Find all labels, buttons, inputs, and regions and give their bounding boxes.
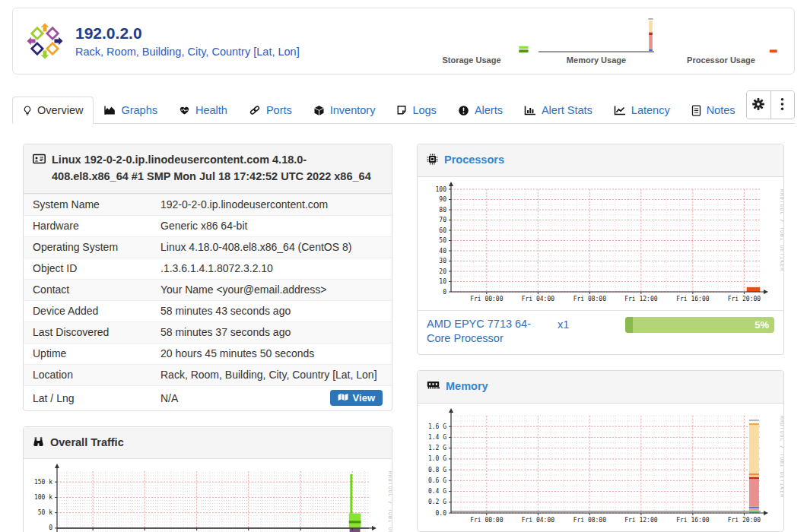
settings-button[interactable] [747, 91, 770, 119]
svg-text:0.8 G: 0.8 G [428, 466, 446, 473]
table-row: System Name192-0-2-0.ip.linodeuserconten… [24, 194, 392, 215]
table-row: LocationRack, Room, Building, City, Coun… [24, 364, 392, 385]
table-row: Lat / Lng N/A View [24, 385, 392, 410]
tab-graphs[interactable]: Graphs [94, 97, 168, 124]
centos-logo-icon [27, 23, 63, 59]
tab-overview[interactable]: Overview [12, 97, 94, 124]
usage-summary: Storage Usage Memory Usage Processor Usa… [414, 18, 779, 65]
svg-text:50: 50 [439, 237, 446, 244]
tab-notes[interactable]: Notes [681, 97, 746, 124]
svg-text:80: 80 [439, 206, 446, 213]
id-card-icon [33, 154, 46, 164]
overall-traffic-title: Overall Traffic [50, 435, 124, 451]
svg-text:Fri 20:00: Fri 20:00 [728, 296, 761, 302]
view-location-button[interactable]: View [330, 390, 383, 406]
svg-text:1.6 G: 1.6 G [428, 423, 446, 429]
svg-text:0: 0 [49, 525, 52, 532]
lightbulb-icon [23, 105, 32, 116]
svg-text:Fri 16:00: Fri 16:00 [676, 296, 710, 302]
tab-latency[interactable]: Latency [603, 97, 681, 124]
device-title: 192.0.2.0 [75, 24, 300, 43]
svg-text:90: 90 [439, 196, 446, 203]
gear-icon [751, 97, 765, 113]
heartbeat-icon [179, 105, 190, 116]
svg-text:0.6 G: 0.6 G [428, 477, 446, 483]
svg-text:40: 40 [439, 247, 446, 254]
tab-inventory[interactable]: Inventory [303, 97, 386, 124]
svg-text:10: 10 [439, 278, 446, 285]
table-row: HardwareGeneric x86 64-bit [24, 215, 392, 236]
memory-panel: Memory 0.00.2 G0.4 G0.6 G0.8 G1.0 G1.2 G… [417, 370, 784, 532]
processor-usage-chart[interactable]: 0102030405060708090100Fri 00:00Fri 04:00… [418, 177, 783, 310]
memory-icon [427, 380, 440, 390]
overview-content: Linux 192-0-2-0.ip.linodeusercontent.com… [0, 124, 807, 532]
device-header-card: 192.0.2.0 Rack, Room, Building, City, Co… [12, 8, 795, 74]
svg-text:Fri 00:00: Fri 00:00 [470, 296, 504, 302]
device-info-table: System Name192-0-2-0.ip.linodeuserconten… [24, 194, 392, 410]
line-chart-icon [614, 105, 626, 116]
area-chart-icon [104, 105, 116, 116]
cpu-usage-bar: 5% [625, 317, 774, 333]
svg-text:Fri 08:00: Fri 08:00 [573, 517, 607, 524]
storage-usage-sparkline[interactable] [414, 18, 529, 53]
table-row: Last Discovered58 minutes 37 seconds ago [24, 321, 392, 343]
processors-header: Processors [418, 144, 783, 177]
table-row: Operating SystemLinux 4.18.0-408.el8.x86… [24, 236, 392, 258]
svg-text:Fri 04:00: Fri 04:00 [522, 296, 555, 302]
overall-traffic-header: Overall Traffic [24, 427, 392, 460]
cpu-usage-percent: 5% [755, 317, 769, 333]
svg-text:150 k: 150 k [34, 479, 52, 486]
svg-text:Fri 20:00: Fri 20:00 [728, 517, 761, 524]
tab-alert-stats[interactable]: Alert Stats [513, 97, 603, 124]
svg-text:Fri 08:00: Fri 08:00 [573, 296, 607, 302]
svg-text:50 k: 50 k [38, 509, 52, 516]
memory-header: Memory [418, 371, 783, 404]
device-info-panel: Linux 192-0-2-0.ip.linodeusercontent.com… [23, 144, 392, 411]
os-banner: Linux 192-0-2-0.ip.linodeusercontent.com… [52, 152, 383, 185]
kebab-menu-icon [780, 97, 784, 113]
table-row: Object ID.1.3.6.1.4.1.8072.3.2.10 [24, 258, 392, 279]
svg-text:1.2 G: 1.2 G [428, 445, 446, 451]
device-actions-group [746, 90, 795, 119]
svg-text:Fri 00:00: Fri 00:00 [470, 517, 504, 524]
memory-usage-sparkline[interactable] [539, 18, 654, 53]
tab-alerts[interactable]: Alerts [447, 97, 513, 124]
device-location-link[interactable]: Rack, Room, Building, City, Country [Lat… [75, 46, 300, 59]
svg-text:0.0: 0.0 [436, 509, 447, 516]
svg-text:0.2 G: 0.2 G [428, 499, 446, 505]
cpu-row: AMD EPYC 7713 64-Core Processor x1 5% [418, 310, 783, 354]
tab-ports[interactable]: Ports [238, 97, 303, 124]
memory-usage-chart[interactable]: 0.00.2 G0.4 G0.6 G0.8 G1.0 G1.2 G1.4 G1.… [418, 404, 783, 531]
svg-text:Fri 12:00: Fri 12:00 [624, 296, 658, 302]
cpu-count: x1 [558, 318, 569, 331]
overall-traffic-panel: Overall Traffic 050 k100 k150 kFri 00:00… [23, 426, 392, 532]
svg-text:0.4 G: 0.4 G [428, 488, 446, 495]
processors-title-link[interactable]: Processors [444, 152, 504, 169]
svg-text:RRDTOOL / TOBI OETIKER: RRDTOOL / TOBI OETIKER [779, 189, 783, 271]
processor-usage-sparkline[interactable] [663, 18, 779, 53]
tab-health[interactable]: Health [168, 97, 238, 124]
tab-logs[interactable]: Logs [386, 97, 446, 124]
more-options-button[interactable] [770, 91, 794, 119]
svg-text:30: 30 [439, 258, 446, 264]
svg-text:1.4 G: 1.4 G [428, 434, 446, 441]
table-row: Device Added58 minutes 43 seconds ago [24, 300, 392, 321]
svg-text:RRDTOOL / TOBI OETIKER: RRDTOOL / TOBI OETIKER [779, 416, 783, 498]
storage-usage-label: Storage Usage [414, 55, 529, 65]
processors-panel: Processors 0102030405060708090100Fri 00:… [417, 144, 784, 355]
overall-traffic-chart[interactable]: 050 k100 k150 kFri 00:00Fri 04:00Fri 08:… [24, 459, 392, 532]
svg-text:70: 70 [439, 217, 446, 223]
cube-icon [313, 105, 325, 116]
svg-text:60: 60 [439, 226, 446, 233]
map-icon [338, 392, 348, 404]
processor-usage-label: Processor Usage [663, 55, 779, 65]
memory-title-link[interactable]: Memory [446, 378, 488, 395]
svg-text:Fri 16:00: Fri 16:00 [676, 517, 710, 524]
bar-chart-icon [524, 105, 536, 116]
device-info-header: Linux 192-0-2-0.ip.linodeusercontent.com… [24, 144, 392, 194]
cpu-name-link[interactable]: AMD EPYC 7713 64-Core Processor [427, 317, 541, 347]
exclamation-circle-icon [458, 105, 469, 116]
svg-text:100: 100 [436, 185, 447, 192]
binoculars-icon [33, 436, 44, 447]
file-text-icon [691, 105, 701, 116]
